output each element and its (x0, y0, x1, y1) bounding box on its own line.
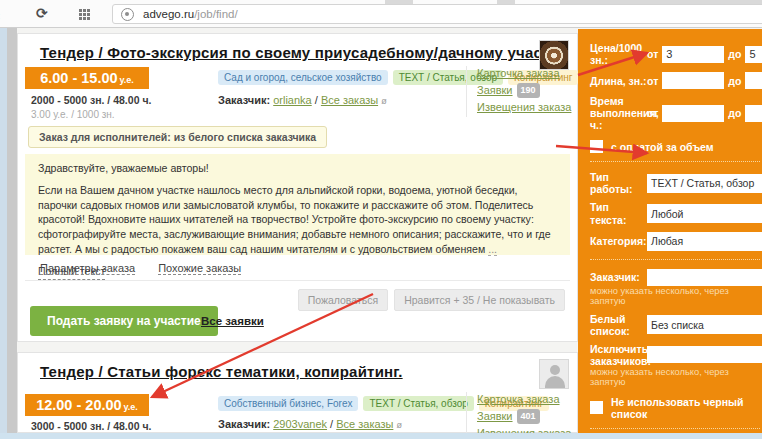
divider (590, 428, 760, 429)
category-tag: Сад и огород, сельское хозяйство (218, 70, 388, 85)
url-domain: advego.ru (143, 8, 194, 20)
bids-count-badge: 190 (517, 83, 540, 98)
price-to-input[interactable] (745, 46, 762, 63)
external-mark-icon: ø (396, 420, 402, 430)
divider (590, 161, 760, 162)
time-filter-label: Время выполнения, ч.: (590, 95, 647, 131)
to-label: до (728, 107, 741, 119)
time-from-input[interactable] (662, 105, 724, 122)
customer-line: Заказчик: orlianka / Все заказы ø (218, 94, 387, 106)
text-type-select[interactable]: Любой ▾ (647, 204, 762, 223)
from-label: от (647, 75, 658, 87)
order-links-column: Карточка заказа Заявки190 Извещения зака… (466, 66, 574, 117)
work-type-label: Тип работы: (590, 171, 647, 195)
address-bar[interactable]: advego.ru/job/find/ (112, 4, 762, 24)
browser-chrome: ‹ ⟳ advego.ru/job/find/ (0, 0, 762, 28)
time-to-input[interactable] (745, 105, 762, 122)
price-badge: 6.00 - 15.00у.е. (25, 67, 149, 89)
customer-avatar (539, 359, 569, 389)
exclude-customers-label: Исключить заказчиков: (590, 343, 647, 367)
text-type-value: Любой (651, 208, 683, 220)
order-volume: 3000 - 5000 зн. / 48.00 ч. (31, 420, 151, 432)
divider (590, 259, 760, 260)
url-text: advego.ru/job/find/ (143, 8, 238, 20)
worktype-tag: ТЕХТ / Статья, обзор (363, 396, 473, 411)
price-filter-label: Цена/1000 зн.: (590, 42, 647, 66)
length-from-input[interactable] (662, 72, 724, 89)
category-value: Любая (651, 235, 683, 247)
more-link[interactable]: ... (488, 243, 497, 256)
from-label: от (647, 48, 658, 60)
price-from-input[interactable] (662, 46, 724, 63)
apply-button[interactable]: Подать заявку на участие (30, 306, 218, 336)
order-card-link[interactable]: Карточка заказа (477, 67, 560, 79)
bids-link[interactable]: Заявки (477, 410, 513, 422)
reload-icon[interactable]: ⟳ (36, 5, 48, 21)
customer-label: Заказчик: (218, 94, 270, 106)
multi-hint: можно указать несколько, через запятую (590, 286, 762, 306)
length-to-input[interactable] (745, 72, 762, 89)
job-description: Здравствуйте, уважаемые авторы! Если на … (25, 154, 570, 255)
like-hide-button[interactable]: Нравится + 35 / Не показывать (394, 289, 565, 311)
order-meta-links: Параметры заказа Похожие заказы (40, 262, 261, 274)
price-range: 12.00 - 20.00 (36, 397, 121, 413)
order-params-link[interactable]: Параметры заказа (40, 262, 135, 275)
customer-link[interactable]: 2903vanek (273, 418, 327, 430)
text-type-label: Тип текста: (590, 201, 647, 225)
description-text: Если на Вашем дачном участке нашлось мес… (38, 184, 551, 255)
whitelist-label: Белый список: (590, 313, 647, 337)
whitelist-select[interactable]: Без списка ▾ (647, 315, 762, 334)
to-label: до (728, 48, 741, 60)
order-links-column: Карточка заказа Заявки401 Извещения зака… (466, 392, 574, 439)
no-blacklist-label: Не использовать черный список (611, 396, 762, 420)
customer-link[interactable]: orlianka (273, 94, 312, 106)
similar-orders-link[interactable]: Похожие заказы (158, 262, 241, 275)
site-favicon-icon (121, 8, 134, 21)
no-blacklist-checkbox[interactable] (590, 401, 603, 414)
complain-button[interactable]: Пожаловаться (298, 289, 389, 311)
price-currency: у.е. (120, 75, 134, 85)
all-orders-link[interactable]: Все заказы (336, 418, 393, 430)
category-tag: Собственный бизнес, Forex (218, 396, 358, 411)
customer-filter-input[interactable] (647, 269, 762, 286)
pay-volume-label: с оплатой за объем (611, 141, 714, 153)
description-greeting: Здравствуйте, уважаемые авторы! (38, 161, 557, 176)
job-title-link[interactable]: Тендер / Фото-экскурсия по своему приуса… (40, 44, 566, 61)
from-label: от (647, 107, 658, 119)
order-volume: 2000 - 5000 зн. / 48.00 ч. (31, 94, 151, 106)
customer-line: Заказчик: 2903vanek / Все заказы ø (218, 418, 402, 430)
price-range: 6.00 - 15.00 (40, 70, 117, 86)
divider (25, 280, 570, 281)
notices-link[interactable]: Извещения заказа (477, 101, 571, 113)
order-card-link[interactable]: Карточка заказа (477, 393, 560, 405)
all-orders-link[interactable]: Все заказы (321, 94, 378, 106)
price-currency: у.е. (124, 402, 138, 412)
multi-hint: можно указать несколько, через запятую (590, 367, 762, 387)
whitelist-banner: Заказ для исполнителей: из белого списка… (28, 126, 327, 148)
job-listing-card: Тендер / Статьи форекс тематики, копирай… (17, 352, 578, 433)
job-title-link[interactable]: Тендер / Статьи форекс тематики, копирай… (40, 363, 403, 380)
length-filter-label: Длина, зн.: (590, 75, 647, 87)
to-label: до (728, 75, 741, 87)
exclude-customers-input[interactable] (647, 346, 762, 363)
category-select[interactable]: Любая ▾ (647, 232, 762, 251)
bids-count-badge: 401 (517, 409, 540, 424)
external-mark-icon: ø (381, 96, 387, 106)
all-bids-link[interactable]: Все заявки (201, 315, 264, 327)
window-edge (7, 28, 17, 439)
whitelist-value: Без списка (651, 319, 704, 331)
left-edge-strip (0, 28, 7, 439)
bids-link[interactable]: Заявки (477, 84, 513, 96)
order-rate: 3.00 у.е. / 1000 зн. (31, 109, 115, 120)
price-badge: 12.00 - 20.00у.е. (25, 394, 149, 416)
work-type-select[interactable]: ТЕХТ / Статья, обзор ▾ (647, 174, 762, 193)
filter-sidebar: Цена/1000 зн.: от до Длина, зн.: от до В… (578, 29, 762, 439)
bottom-edge-strip (0, 433, 762, 439)
apps-grid-icon[interactable] (79, 9, 82, 12)
pay-volume-checkbox[interactable] (590, 140, 603, 153)
url-path: /job/find/ (194, 8, 237, 20)
work-type-value: ТЕХТ / Статья, обзор (651, 177, 754, 189)
category-label: Категория: (590, 235, 647, 247)
job-listing-card: Тендер / Фото-экскурсия по своему приуса… (17, 33, 578, 342)
customer-label: Заказчик: (218, 418, 270, 430)
